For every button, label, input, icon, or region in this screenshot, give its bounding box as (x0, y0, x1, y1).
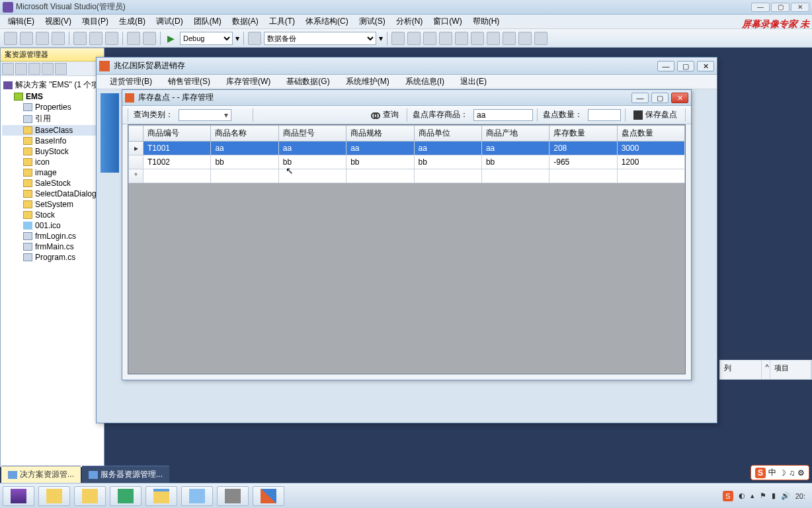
cell[interactable]: 3000 (617, 142, 684, 155)
tab-solution-explorer[interactable]: 决方案资源管... (1, 466, 81, 483)
taskbar-app[interactable] (253, 486, 284, 506)
cell[interactable]: T1002 (143, 155, 211, 169)
taskbar-app[interactable] (38, 486, 70, 506)
add-icon[interactable] (20, 32, 33, 45)
col-header[interactable]: 商品名称 (211, 126, 278, 142)
row-selector-header[interactable] (129, 126, 143, 142)
menu-tools[interactable]: 工具(T) (264, 15, 300, 28)
mdi-titlebar[interactable]: 兆亿国际贸易进销存 — ▢ ✕ (97, 58, 717, 75)
minimize-button[interactable]: — (631, 93, 649, 103)
run-icon[interactable]: ▶ (165, 33, 177, 44)
cell[interactable] (549, 169, 617, 183)
sogou-tray-icon[interactable]: S (723, 491, 733, 501)
tb-icon[interactable] (487, 32, 500, 45)
cell[interactable]: 1200 (617, 155, 684, 169)
menu-view[interactable]: 视图(V) (40, 15, 77, 28)
menu-sales[interactable]: 销售管理(S) (160, 75, 218, 89)
tree-item[interactable]: SaleStock (2, 178, 102, 189)
clock[interactable]: 20: (795, 492, 805, 500)
tree-item[interactable]: icon (2, 157, 102, 167)
cell[interactable]: bb (414, 155, 481, 169)
cell[interactable]: -965 (549, 155, 617, 169)
menu-build[interactable]: 生成(B) (114, 15, 151, 28)
tree-item[interactable]: 引用 (2, 112, 102, 125)
ime-badge[interactable]: S 中 ☽ ♫ ⚙ (751, 465, 809, 480)
tree-item[interactable]: BaseClass (2, 125, 102, 136)
maximize-button[interactable]: ▢ (651, 93, 669, 103)
menu-help[interactable]: 帮助(H) (467, 15, 505, 28)
tb-icon[interactable] (471, 32, 484, 45)
tray-expand-icon[interactable]: ▴ (751, 491, 754, 500)
menu-arch[interactable]: 体系结构(C) (300, 15, 354, 28)
tb-icon[interactable] (15, 63, 27, 75)
new-row[interactable]: * (129, 169, 685, 183)
cut-icon[interactable] (73, 32, 87, 45)
maximize-button[interactable]: ▢ (771, 3, 790, 12)
taskbar-explorer[interactable] (145, 486, 177, 506)
cell[interactable]: aa (278, 142, 346, 155)
tree-item[interactable]: 001.ico (2, 220, 102, 231)
grid-row[interactable]: T1002 bb bb bb bb bb -965 1200 (129, 155, 685, 169)
menu-edit[interactable]: 编辑(E) (3, 15, 40, 28)
cell[interactable]: bb (278, 155, 346, 169)
taskbar-app[interactable] (181, 486, 213, 506)
network-icon[interactable]: ▮ (772, 491, 776, 500)
menu-team[interactable]: 团队(M) (188, 15, 227, 28)
col-header[interactable]: 库存数量 (549, 126, 617, 142)
child-titlebar[interactable]: 库存盘点 - - 库存管理 — ▢ ✕ (122, 90, 691, 106)
tree-item[interactable]: Stock (2, 210, 102, 220)
taskbar-app[interactable] (217, 486, 249, 506)
new-row-indicator[interactable]: * (129, 169, 143, 183)
query-type-dropdown[interactable] (179, 109, 231, 121)
tree-item[interactable]: frmMain.cs (2, 241, 102, 252)
cell[interactable]: bb (481, 155, 549, 169)
menu-purchase[interactable]: 进货管理(B) (102, 75, 160, 89)
project-node[interactable]: EMS (2, 91, 102, 102)
col-header[interactable]: 商品规格 (346, 126, 414, 142)
help-icon[interactable]: ◐ (739, 491, 745, 500)
volume-icon[interactable]: 🔊 (781, 491, 790, 500)
tb-icon[interactable] (2, 63, 14, 75)
cell[interactable] (143, 169, 211, 183)
tab-server-explorer[interactable]: 服务器资源管理... (82, 466, 169, 483)
close-button[interactable]: ✕ (671, 93, 688, 103)
tb-icon[interactable] (391, 32, 405, 45)
col-header[interactable]: 列 (720, 360, 762, 379)
flag-icon[interactable]: ⚑ (760, 491, 766, 500)
cell[interactable]: aa (414, 142, 481, 155)
cell[interactable] (481, 169, 549, 183)
dropdown-arrow[interactable]: ▾ (379, 34, 383, 43)
tree-item[interactable]: frmLogin.cs (2, 231, 102, 241)
tb-icon[interactable] (439, 32, 452, 45)
taskbar-app[interactable] (74, 486, 106, 506)
cell[interactable] (278, 169, 346, 183)
row-indicator[interactable] (129, 155, 143, 169)
solution-node[interactable]: 解决方案 "EMS" (1 个项目 (2, 79, 102, 91)
cell[interactable] (211, 169, 278, 183)
col-header[interactable]: 商品单位 (414, 126, 481, 142)
close-button[interactable]: ✕ (697, 61, 714, 71)
maximize-button[interactable]: ▢ (677, 61, 694, 71)
tree-item[interactable]: SetSystem (2, 199, 102, 210)
undo-icon[interactable] (127, 32, 140, 45)
tb-icon[interactable] (28, 63, 40, 75)
menu-analyze[interactable]: 分析(N) (391, 15, 428, 28)
menu-maintain[interactable]: 系统维护(M) (338, 75, 397, 89)
close-button[interactable]: ✕ (791, 3, 809, 12)
cell[interactable]: aa (211, 142, 278, 155)
tb-icon[interactable] (503, 32, 516, 45)
cell[interactable]: T1001 (143, 142, 211, 155)
cell[interactable] (346, 169, 414, 183)
cell[interactable] (617, 169, 684, 183)
qty-input[interactable] (588, 109, 621, 121)
col-header[interactable]: 项目 (770, 360, 812, 379)
col-header[interactable]: 商品型号 (278, 126, 346, 142)
cell[interactable]: aa (481, 142, 549, 155)
menu-basedata[interactable]: 基础数据(G) (278, 75, 337, 89)
tree-item[interactable]: BaseInfo (2, 136, 102, 146)
cell[interactable]: 208 (549, 142, 617, 155)
tree-item[interactable]: image (2, 167, 102, 178)
tree-item[interactable]: SelectDataDialog (2, 189, 102, 199)
tb-icon[interactable] (42, 63, 54, 75)
cell[interactable] (414, 169, 481, 183)
